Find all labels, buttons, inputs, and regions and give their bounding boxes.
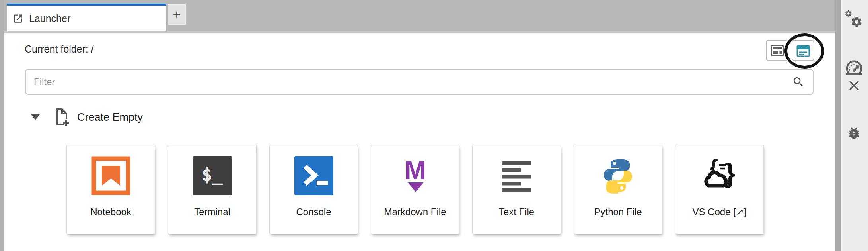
tab-launcher[interactable]: Launcher <box>7 4 166 31</box>
vscode-cloud-code-icon: { } <box>700 156 739 195</box>
card-label: Python File <box>594 206 642 218</box>
left-edge-strip <box>0 0 4 251</box>
console-icon <box>294 156 333 195</box>
settings-gears-icon[interactable] <box>845 10 863 29</box>
new-tab-button[interactable]: + <box>168 4 186 25</box>
text-file-icon <box>497 156 536 195</box>
table-view-toggle-button[interactable] <box>766 40 788 61</box>
card-terminal[interactable]: $_ Terminal <box>168 145 257 234</box>
card-label: Notebook <box>90 206 131 218</box>
card-console[interactable]: Console <box>269 145 358 234</box>
notebook-icon <box>91 156 130 195</box>
card-label: VS Code [↗] <box>692 206 746 218</box>
search-icon <box>792 76 805 88</box>
debugger-bug-icon[interactable] <box>847 125 862 141</box>
card-view-toggle-button[interactable] <box>792 40 814 61</box>
file-plus-icon <box>52 107 70 127</box>
launcher-cards-row: Notebook $_ Terminal <box>66 145 764 234</box>
launcher-icon <box>13 13 23 24</box>
card-label: Console <box>296 206 331 218</box>
card-python-file[interactable]: Python File <box>574 145 662 234</box>
terminal-glyph: $_ <box>202 165 223 185</box>
card-label: Text File <box>499 206 534 218</box>
dock-tab-bar: Launcher + <box>4 0 835 33</box>
card-notebook[interactable]: Notebook <box>66 145 155 234</box>
filter-field <box>25 69 814 95</box>
terminal-icon: $_ <box>193 156 232 195</box>
create-empty-section-header[interactable]: Create Empty <box>4 108 143 127</box>
close-icon[interactable] <box>849 80 859 91</box>
table-view-icon <box>771 45 784 56</box>
card-vscode[interactable]: { } VS Code [↗] <box>675 145 764 234</box>
section-title: Create Empty <box>77 111 143 124</box>
tab-launcher-label: Launcher <box>29 13 70 24</box>
launcher-panel: Current folder: / <box>4 33 835 251</box>
right-sidebar <box>841 0 868 251</box>
card-markdown-file[interactable]: M Markdown File <box>371 145 459 234</box>
markdown-icon: M <box>396 156 435 195</box>
card-view-icon <box>796 44 810 57</box>
python-icon <box>599 156 638 195</box>
current-folder-label: Current folder: / <box>25 42 94 56</box>
right-divider <box>835 0 841 251</box>
filter-input[interactable] <box>26 70 813 94</box>
card-label: Markdown File <box>384 206 446 218</box>
card-label: Terminal <box>194 206 230 218</box>
chevron-down-icon[interactable] <box>31 114 40 120</box>
markdown-glyph: M <box>404 156 426 185</box>
card-text-file[interactable]: Text File <box>472 145 561 234</box>
performance-gauge-icon[interactable] <box>845 57 863 76</box>
jupyterlab-window: Launcher + Current folder: / <box>0 0 868 251</box>
